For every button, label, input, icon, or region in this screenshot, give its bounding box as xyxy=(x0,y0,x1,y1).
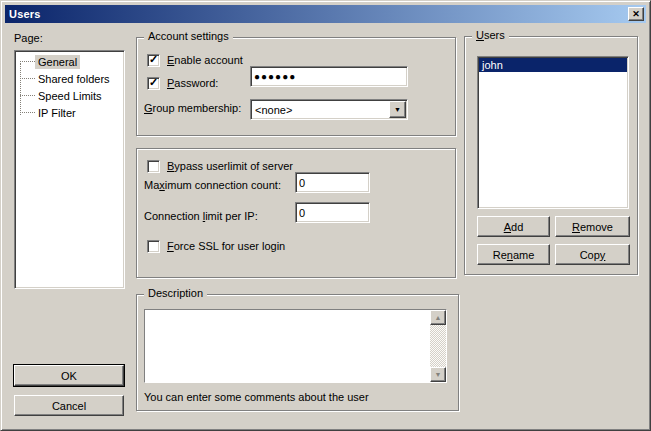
tree-item-label: IP Filter xyxy=(35,106,79,120)
checkbox-box: ✓ xyxy=(147,240,160,253)
password-label: Password: xyxy=(167,77,218,89)
tree-item-label: Speed Limits xyxy=(35,89,105,103)
tree-connector xyxy=(20,61,35,62)
max-connection-count-input[interactable] xyxy=(295,172,370,193)
page-tree: General Shared folders Speed Limits IP F… xyxy=(14,50,125,289)
rename-button[interactable]: Rename xyxy=(477,244,550,265)
copy-button[interactable]: Copy xyxy=(555,244,630,265)
enable-account-label: Enable account xyxy=(167,54,243,66)
close-icon: ✕ xyxy=(632,10,640,19)
check-icon: ✓ xyxy=(149,54,158,65)
tree-item-label: General xyxy=(35,55,80,69)
force-ssl-label: Force SSL for user login xyxy=(167,240,285,252)
description-field-wrap: ▲ ▼ xyxy=(144,309,447,383)
window-title: Users xyxy=(9,8,41,20)
tree-item-general[interactable]: General xyxy=(15,53,124,70)
combo-dropdown-button[interactable]: ▼ xyxy=(389,101,406,118)
users-listbox[interactable]: john xyxy=(477,56,629,209)
tree-item-ip-filter[interactable]: IP Filter xyxy=(15,104,124,121)
enable-account-checkbox[interactable]: ✓ Enable account xyxy=(147,53,243,67)
checkbox-box: ✓ xyxy=(147,54,160,67)
add-button[interactable]: Add xyxy=(477,216,550,237)
tree-item-label: Shared folders xyxy=(35,72,113,86)
cancel-button[interactable]: Cancel xyxy=(14,395,124,416)
check-icon: ✓ xyxy=(149,77,158,88)
connection-limits-group: ✓ Bypass userlimit of server Maximum con… xyxy=(136,148,456,278)
account-settings-group: Account settings ✓ Enable account ✓ Pass… xyxy=(136,37,456,136)
connection-limit-per-ip-input[interactable] xyxy=(295,202,370,223)
remove-button[interactable]: Remove xyxy=(555,216,630,237)
group-membership-select[interactable]: <none> ▼ xyxy=(250,99,408,120)
scroll-up-icon: ▲ xyxy=(435,314,442,321)
users-group-title: Users xyxy=(472,29,509,41)
password-checkbox[interactable]: ✓ Password: xyxy=(147,76,218,90)
ok-button[interactable]: OK xyxy=(14,365,124,386)
bypass-userlimit-label: Bypass userlimit of server xyxy=(167,160,293,172)
max-connection-count-label: Maximum connection count: xyxy=(144,179,281,191)
description-title: Description xyxy=(144,287,207,299)
description-scrollbar[interactable]: ▲ ▼ xyxy=(430,310,446,382)
scroll-down-icon: ▼ xyxy=(435,371,442,378)
tree-connector xyxy=(20,112,35,113)
user-list-item[interactable]: john xyxy=(479,58,627,72)
description-hint: You can enter some comments about the us… xyxy=(144,391,369,403)
connection-limit-per-ip-label: Connection limit per IP: xyxy=(144,210,258,222)
checkbox-box: ✓ xyxy=(147,77,160,90)
tree-item-shared-folders[interactable]: Shared folders xyxy=(15,70,124,87)
close-button[interactable]: ✕ xyxy=(628,7,644,21)
title-bar[interactable]: Users ✕ xyxy=(5,5,646,23)
account-settings-title: Account settings xyxy=(144,30,233,42)
checkbox-box: ✓ xyxy=(147,160,160,173)
page-label: Page: xyxy=(14,32,43,44)
tree-connector xyxy=(20,78,35,79)
description-textarea[interactable] xyxy=(145,310,430,382)
force-ssl-checkbox[interactable]: ✓ Force SSL for user login xyxy=(147,239,285,253)
group-membership-label: Group membership: xyxy=(144,102,241,114)
scroll-up-button[interactable]: ▲ xyxy=(430,310,446,325)
scroll-down-button[interactable]: ▼ xyxy=(430,367,446,382)
password-input[interactable] xyxy=(250,66,408,87)
tree-connector xyxy=(20,95,35,96)
bypass-userlimit-checkbox[interactable]: ✓ Bypass userlimit of server xyxy=(147,159,293,173)
description-group: Description ▲ ▼ You can enter some comme… xyxy=(136,294,459,411)
tree-item-speed-limits[interactable]: Speed Limits xyxy=(15,87,124,104)
users-group: Users john Add Remove Rename Copy xyxy=(464,36,638,275)
chevron-down-icon: ▼ xyxy=(394,106,401,113)
users-dialog: Users ✕ Page: General Shared folders Spe… xyxy=(0,0,651,431)
combo-selected-value: <none> xyxy=(251,104,407,116)
